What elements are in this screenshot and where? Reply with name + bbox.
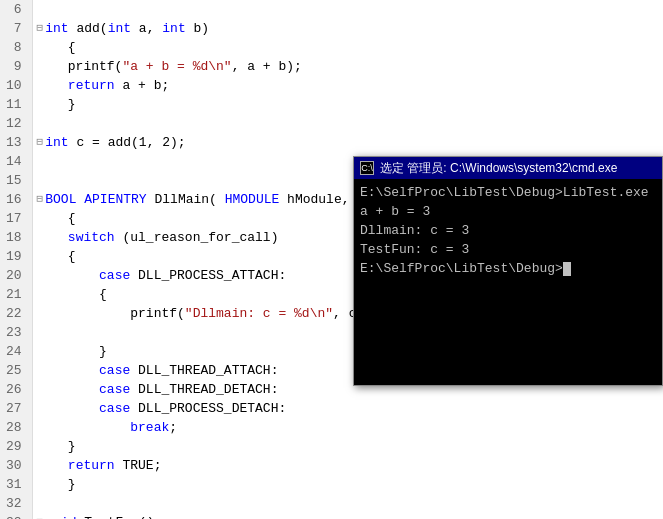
code-line: return a + b; — [37, 76, 663, 95]
cmd-output-line: E:\SelfProc\LibTest\Debug>LibTest.exe — [360, 183, 656, 202]
keyword: int — [162, 19, 185, 38]
line-number: 20 — [6, 266, 26, 285]
code-text — [37, 456, 68, 475]
code-line: } — [37, 95, 663, 114]
line-number: 13 — [6, 133, 26, 152]
keyword: case — [99, 399, 130, 418]
cmd-output-line: a + b = 3 — [360, 202, 656, 221]
code-text: a, — [131, 19, 162, 38]
collapse-icon[interactable]: ⊟ — [37, 133, 44, 152]
line-number: 8 — [6, 38, 26, 57]
line-number: 9 — [6, 57, 26, 76]
collapse-icon[interactable]: ⊟ — [37, 19, 44, 38]
line-number: 17 — [6, 209, 26, 228]
code-text — [37, 399, 99, 418]
line-number: 14 — [6, 152, 26, 171]
code-line: { — [37, 38, 663, 57]
line-numbers: 6789101112131415161718192021222324252627… — [0, 0, 33, 519]
keyword: void — [45, 513, 76, 519]
line-number: 22 — [6, 304, 26, 323]
code-text: DLL_PROCESS_ATTACH: — [130, 266, 286, 285]
keyword: int — [108, 19, 131, 38]
code-text: { — [37, 38, 76, 57]
line-number: 16 — [6, 190, 26, 209]
code-text: } — [37, 475, 76, 494]
cmd-output-line: E:\SelfProc\LibTest\Debug> — [360, 259, 656, 278]
code-text — [37, 418, 131, 437]
code-text: DLL_PROCESS_DETACH: — [130, 399, 286, 418]
string-literal: "a + b = %d\n" — [122, 57, 231, 76]
keyword: return — [68, 76, 115, 95]
line-number: 18 — [6, 228, 26, 247]
code-text: hModule, — [279, 190, 357, 209]
keyword: break — [130, 418, 169, 437]
keyword: int — [45, 19, 68, 38]
keyword: BOOL — [45, 190, 76, 209]
code-text — [37, 76, 68, 95]
line-number: 6 — [6, 0, 26, 19]
string-literal: "Dllmain: c = %d\n" — [185, 304, 333, 323]
cursor — [563, 262, 571, 276]
cmd-output-line: TestFun: c = 3 — [360, 240, 656, 259]
line-number: 26 — [6, 380, 26, 399]
line-number: 29 — [6, 437, 26, 456]
code-line: } — [37, 437, 663, 456]
code-text: DllMain( — [147, 190, 225, 209]
line-number: 23 — [6, 323, 26, 342]
line-number: 24 — [6, 342, 26, 361]
line-number: 15 — [6, 171, 26, 190]
code-line: } — [37, 475, 663, 494]
code-text: c = add(1, 2); — [69, 133, 186, 152]
collapse-icon[interactable]: ⊟ — [37, 190, 44, 209]
code-line: return TRUE; — [37, 456, 663, 475]
cmd-output-line: Dllmain: c = 3 — [360, 221, 656, 240]
line-number: 10 — [6, 76, 26, 95]
line-number: 11 — [6, 95, 26, 114]
line-number: 25 — [6, 361, 26, 380]
line-number: 27 — [6, 399, 26, 418]
code-line — [37, 0, 663, 19]
line-number: 12 — [6, 114, 26, 133]
code-line: printf("a + b = %d\n", a + b); — [37, 57, 663, 76]
code-text — [37, 228, 68, 247]
line-number: 28 — [6, 418, 26, 437]
code-line: ⊟void TestFun() — [37, 513, 663, 519]
cmd-body[interactable]: E:\SelfProc\LibTest\Debug>LibTest.exea +… — [354, 179, 662, 385]
cmd-icon: C:\ — [360, 161, 374, 175]
collapse-icon[interactable]: ⊟ — [37, 513, 44, 519]
code-text — [37, 361, 99, 380]
code-text: DLL_THREAD_ATTACH: — [130, 361, 278, 380]
keyword: return — [68, 456, 115, 475]
keyword: HMODULE — [225, 190, 280, 209]
code-text: } — [37, 342, 107, 361]
code-text: ; — [169, 418, 177, 437]
code-line: ⊟int add(int a, int b) — [37, 19, 663, 38]
code-text: } — [37, 437, 76, 456]
line-number: 33 — [6, 513, 26, 519]
line-number: 31 — [6, 475, 26, 494]
code-text: TRUE; — [115, 456, 162, 475]
code-text: { — [37, 209, 76, 228]
cmd-title-text: 选定 管理员: C:\Windows\system32\cmd.exe — [380, 160, 656, 177]
code-text: b) — [186, 19, 209, 38]
code-line: ⊟int c = add(1, 2); — [37, 133, 663, 152]
code-text: { — [37, 247, 76, 266]
code-text: a + b; — [115, 76, 170, 95]
code-text — [37, 266, 99, 285]
code-text: } — [37, 95, 76, 114]
line-number: 30 — [6, 456, 26, 475]
code-text — [37, 380, 99, 399]
keyword: case — [99, 361, 130, 380]
line-number: 19 — [6, 247, 26, 266]
editor-area: 6789101112131415161718192021222324252627… — [0, 0, 663, 519]
line-number: 21 — [6, 285, 26, 304]
code-text: , a + b); — [232, 57, 302, 76]
cmd-window[interactable]: C:\ 选定 管理员: C:\Windows\system32\cmd.exe … — [353, 156, 663, 386]
code-text: (ul_reason_for_call) — [115, 228, 279, 247]
code-line — [37, 114, 663, 133]
keyword: case — [99, 266, 130, 285]
code-text: TestFun() — [76, 513, 154, 519]
line-number: 7 — [6, 19, 26, 38]
keyword: int — [45, 133, 68, 152]
code-text: add( — [69, 19, 108, 38]
